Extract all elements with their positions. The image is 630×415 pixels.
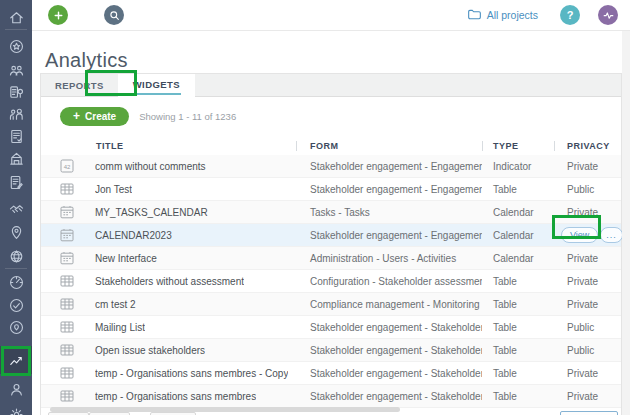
column-header-privacy[interactable]: PRIVACY — [554, 137, 621, 155]
sidebar — [0, 0, 32, 415]
sidebar-item-settings[interactable] — [0, 402, 32, 415]
row-privacy: Private — [567, 253, 598, 264]
indicator-icon: 42 — [60, 159, 74, 173]
sidebar-item-organizations[interactable] — [0, 146, 32, 170]
home-icon — [8, 9, 25, 26]
sidebar-divider — [5, 268, 27, 269]
settings-icon — [8, 406, 25, 415]
column-header-type[interactable]: TYPE — [482, 137, 554, 155]
map-pin-icon — [8, 224, 25, 241]
table-row[interactable]: New InterfaceAdministration - Users - Ac… — [41, 247, 621, 270]
sidebar-item-stakeholders[interactable] — [0, 58, 32, 82]
sidebar-item-favorites[interactable] — [0, 34, 32, 58]
topbar: All projects ? — [32, 0, 630, 31]
search-button[interactable] — [104, 5, 124, 25]
sidebar-item-engagements[interactable] — [0, 80, 32, 104]
all-projects-button[interactable]: All projects — [467, 7, 538, 24]
row-privacy: Private — [567, 391, 598, 402]
table-icon — [60, 297, 74, 311]
more-button[interactable]: ... — [600, 227, 623, 243]
row-type: Table — [482, 299, 554, 310]
sidebar-item-locations[interactable] — [0, 315, 32, 339]
column-header-title[interactable]: TITLE — [41, 137, 296, 155]
column-divider — [554, 141, 555, 151]
stakeholders-icon — [8, 62, 25, 79]
table-row[interactable]: CALENDAR2023Stakeholder engagement - Eng… — [41, 224, 621, 247]
engagements-icon — [8, 84, 25, 101]
row-privacy: Public — [567, 184, 594, 195]
row-form: Stakeholder engagement - Engagements - C… — [296, 184, 482, 195]
page-size-select[interactable] — [560, 411, 618, 415]
row-type: Table — [482, 345, 554, 356]
row-form: Configuration - Stakeholder assessment — [296, 276, 482, 287]
folder-icon — [467, 7, 482, 24]
row-title: Stakeholders without assessment — [95, 276, 244, 287]
row-type: Table — [482, 368, 554, 379]
sidebar-item-map-pin[interactable] — [0, 220, 32, 244]
account-button[interactable] — [598, 5, 618, 25]
showing-count: Showing 1 - 11 of 1236 — [139, 111, 236, 122]
calendar-icon — [60, 228, 74, 242]
sidebar-item-forms[interactable] — [0, 124, 32, 148]
row-title: temp - Organisations sans membres - Copy — [95, 368, 288, 379]
table-row[interactable]: Open issue stakeholdersStakeholder engag… — [41, 339, 621, 362]
environment-icon — [8, 248, 25, 265]
row-privacy: Private — [567, 276, 598, 287]
row-title: Open issue stakeholders — [95, 345, 205, 356]
tab-reports[interactable]: REPORTS — [41, 74, 118, 96]
question-icon: ? — [567, 9, 574, 21]
sidebar-item-partnerships[interactable] — [0, 196, 32, 220]
table-row[interactable]: temp - Organisations sans membres - Copy… — [41, 362, 621, 385]
row-form: Stakeholder engagement - Stakeholders - … — [296, 368, 482, 379]
calendar-icon — [60, 251, 74, 265]
calendar-icon — [60, 205, 74, 219]
table-body: 42comm without commentsStakeholder engag… — [41, 155, 621, 408]
svg-text:42: 42 — [64, 164, 71, 170]
sidebar-item-gauge[interactable] — [0, 270, 32, 294]
sidebar-item-groups[interactable] — [0, 102, 32, 126]
table-header: TITLE FORM TYPE PRIVACY — [41, 137, 621, 155]
sidebar-item-commitments[interactable] — [0, 170, 32, 194]
table-row[interactable]: cm test 2Compliance management - Monitor… — [41, 293, 621, 316]
all-projects-label: All projects — [487, 9, 538, 21]
vertical-scrollbar-track[interactable] — [622, 30, 630, 415]
sidebar-item-analytics[interactable] — [0, 346, 32, 374]
table-row[interactable]: 42comm without commentsStakeholder engag… — [41, 155, 621, 178]
row-title: comm without comments — [95, 161, 206, 172]
row-type: Calendar — [482, 230, 554, 241]
row-form: Stakeholder engagement - Engagements - C… — [296, 230, 482, 241]
column-header-form[interactable]: FORM — [296, 137, 482, 155]
approvals-icon — [8, 297, 25, 314]
forms-icon — [8, 128, 25, 145]
row-form: Stakeholder engagement - Stakeholders - … — [296, 345, 482, 356]
sidebar-item-home[interactable] — [0, 5, 32, 29]
table-row[interactable]: Stakeholders without assessmentConfigura… — [41, 270, 621, 293]
table-row[interactable]: Jon TestStakeholder engagement - Engagem… — [41, 178, 621, 201]
table-row[interactable]: MY_TASKS_CALENDARTasks - TasksCalendarPr… — [41, 201, 621, 224]
sidebar-item-approvals[interactable] — [0, 293, 32, 317]
row-type: Calendar — [482, 253, 554, 264]
create-button[interactable]: +Create — [60, 107, 129, 126]
row-type: Table — [482, 276, 554, 287]
view-button[interactable]: View — [561, 227, 598, 243]
help-button[interactable]: ? — [560, 5, 580, 25]
row-title: cm test 2 — [95, 299, 136, 310]
toolbar: +Create Showing 1 - 11 of 1236 — [41, 101, 621, 131]
profile-icon — [8, 381, 25, 398]
row-title: Mailing List — [95, 322, 145, 333]
sidebar-item-profile[interactable] — [0, 377, 32, 401]
tab-bar: REPORTS WIDGETS — [41, 74, 621, 97]
sidebar-item-environment[interactable] — [0, 244, 32, 268]
row-form: Stakeholder engagement - Engagements - C… — [296, 161, 482, 172]
row-type: Table — [482, 391, 554, 402]
row-type: Calendar — [482, 207, 554, 218]
row-type: Table — [482, 184, 554, 195]
tab-widgets[interactable]: WIDGETS — [118, 74, 195, 97]
table-icon — [60, 320, 74, 334]
table-row[interactable]: Mailing ListStakeholder engagement - Sta… — [41, 316, 621, 339]
table-row[interactable]: temp - Organisations sans membresStakeho… — [41, 385, 621, 408]
row-form: Administration - Users - Activities — [296, 253, 482, 264]
add-button[interactable] — [48, 5, 68, 25]
column-divider — [482, 141, 483, 151]
row-privacy: Private — [567, 299, 598, 310]
